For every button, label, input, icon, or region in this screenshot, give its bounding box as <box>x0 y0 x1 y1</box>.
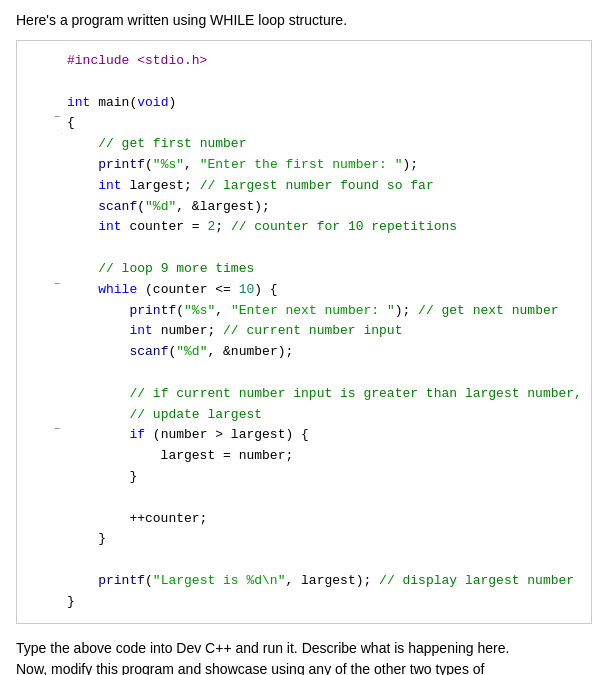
code-line-blank2 <box>47 238 581 259</box>
code-line-close-brace-main: } <box>47 592 581 613</box>
collapse-icon-while[interactable]: − <box>54 280 60 290</box>
code-line-largest-assign: largest = number; <box>47 446 581 467</box>
code-line-printf1: printf("%s", "Enter the first number: ")… <box>47 155 581 176</box>
collapse-icon-main[interactable]: − <box>54 113 60 123</box>
collapse-icon-if[interactable]: − <box>54 425 60 435</box>
footer-line1: Type the above code into Dev C++ and run… <box>16 640 509 656</box>
code-line-increment: ++counter; <box>47 509 581 530</box>
code-line-comment1: // get first number <box>47 134 581 155</box>
code-line-comment2: // loop 9 more times <box>47 259 581 280</box>
footer-text: Type the above code into Dev C++ and run… <box>16 638 592 675</box>
code-line-main: int main(void) <box>47 93 581 114</box>
code-line-scanf1: scanf("%d", &largest); <box>47 197 581 218</box>
footer-line2: Now, modify this program and showcase us… <box>16 661 484 675</box>
code-line-int-number: int number; // current number input <box>47 321 581 342</box>
code-line-close-brace-while: } <box>47 529 581 550</box>
code-line-scanf2: scanf("%d", &number); <box>47 342 581 363</box>
code-line-comment4: // update largest <box>47 405 581 426</box>
code-line-blank3 <box>47 363 581 384</box>
code-line-open-brace: − { <box>47 113 581 134</box>
code-line-printf2: printf("%s", "Enter next number: "); // … <box>47 301 581 322</box>
code-block: #include <stdio.h> int main(void) − { //… <box>16 40 592 624</box>
code-line-blank5 <box>47 550 581 571</box>
code-line-int-largest: int largest; // largest number found so … <box>47 176 581 197</box>
code-line-while: − while (counter <= 10) { <box>47 280 581 301</box>
code-line-1: #include <stdio.h> <box>47 51 581 72</box>
intro-text: Here's a program written using WHILE loo… <box>16 12 592 28</box>
code-line-int-counter: int counter = 2; // counter for 10 repet… <box>47 217 581 238</box>
code-line-comment3: // if current number input is greater th… <box>47 384 581 405</box>
code-line-close-brace-if: } <box>47 467 581 488</box>
code-line-blank4 <box>47 488 581 509</box>
code-line-printf3: printf("Largest is %d\n", largest); // d… <box>47 571 581 592</box>
code-line-if: − if (number > largest) { <box>47 425 581 446</box>
code-line-blank1 <box>47 72 581 93</box>
